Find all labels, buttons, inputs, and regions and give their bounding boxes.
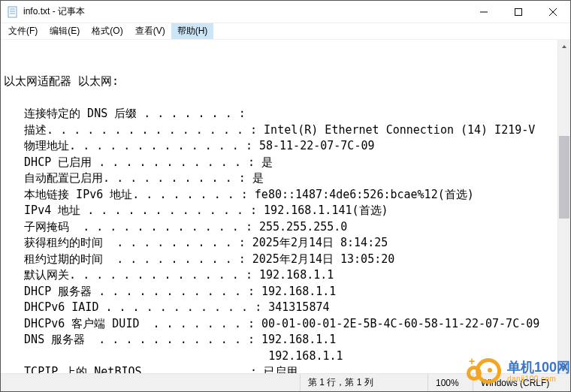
scrollbar-thumb[interactable] [559,136,569,219]
status-position: 第 1 行，第 1 列 [300,374,427,391]
scroll-down-arrow[interactable] [558,360,570,373]
scroll-up-arrow[interactable] [558,40,570,53]
status-bar: 第 1 行，第 1 列 100% Windows (CRLF) [1,373,570,391]
status-zoom: 100% [427,374,473,391]
svg-marker-8 [562,45,566,48]
svg-rect-0 [8,7,17,17]
menu-edit[interactable]: 编辑(E) [44,23,86,39]
maximize-button[interactable] [501,1,536,23]
menu-file[interactable]: 文件(F) [2,23,44,39]
menu-format[interactable]: 格式(O) [86,23,128,39]
svg-rect-5 [515,8,522,15]
minimize-button[interactable] [467,1,501,23]
status-line-ending: Windows (CRLF) [473,374,570,391]
notepad-icon [7,6,19,18]
text-content[interactable]: 以太网适配器 以太网: 连接特定的 DNS 后缀 . . . . . . . :… [1,40,557,373]
window-controls [467,1,570,23]
menu-help[interactable]: 帮助(H) [171,23,214,39]
title-bar: info.txt - 记事本 [1,1,570,23]
window-title: info.txt - 记事本 [23,5,85,18]
vertical-scrollbar[interactable] [557,40,570,373]
menu-bar: 文件(F) 编辑(E) 格式(O) 查看(V) 帮助(H) [1,23,570,40]
menu-view[interactable]: 查看(V) [129,23,171,39]
svg-marker-9 [562,366,566,369]
editor-area: 以太网适配器 以太网: 连接特定的 DNS 后缀 . . . . . . . :… [1,40,570,373]
close-button[interactable] [536,1,570,23]
text-editor[interactable]: 以太网适配器 以太网: 连接特定的 DNS 后缀 . . . . . . . :… [1,40,557,373]
